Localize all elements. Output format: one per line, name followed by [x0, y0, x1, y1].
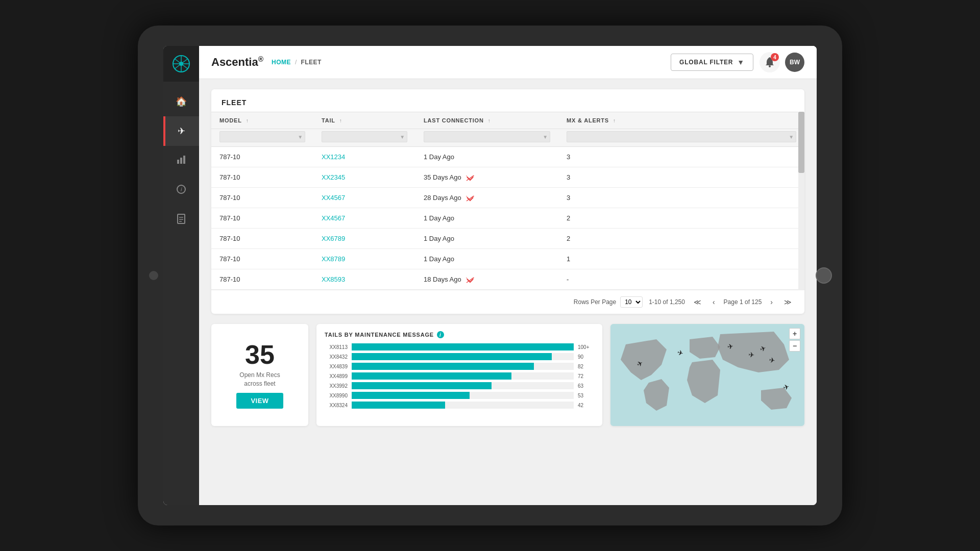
col-header-tail[interactable]: TAIL ↑ [313, 112, 415, 129]
bar-fill-2 [352, 363, 534, 370]
breadcrumb: HOME / FLEET [272, 59, 322, 66]
chart-title: TAILS BY MAINTENANCE MESSAGE i [325, 331, 594, 338]
bar-value-4: 63 [578, 383, 594, 389]
brand: Ascentia® [211, 55, 263, 69]
chart-info-icon[interactable]: i [437, 331, 444, 338]
bar-label-0: XX8113 [325, 344, 348, 350]
tail-link-6[interactable]: XX8593 [322, 276, 345, 283]
sort-arrow-model: ↑ [246, 118, 249, 123]
global-filter-label: GLOBAL FILTER [679, 59, 733, 66]
filter-input-model[interactable] [219, 131, 305, 142]
bar-label-2: XX4839 [325, 364, 348, 369]
sidebar-item-fleet[interactable]: ✈ [163, 116, 199, 146]
wifi-off-icon-6 [466, 276, 474, 283]
filter-input-connection[interactable] [424, 131, 550, 142]
cell-mx-5: 1 [558, 249, 804, 269]
bar-label-1: XX8432 [325, 354, 348, 360]
documents-icon [177, 214, 186, 227]
bottom-row: 35 Open Mx Recsacross fleet VIEW TAILS B… [211, 324, 804, 426]
svg-text:i: i [181, 186, 182, 192]
cell-model-4: 787-10 [211, 229, 313, 249]
breadcrumb-home[interactable]: HOME [272, 59, 291, 66]
bar-fill-6 [352, 402, 445, 409]
bar-fill-0 [352, 343, 574, 350]
cell-connection-5: 1 Day Ago [415, 249, 558, 269]
bar-label-3: XX4899 [325, 373, 348, 379]
map-zoom-in-button[interactable]: + [789, 328, 800, 339]
cell-mx-0: 3 [558, 147, 804, 167]
col-header-model[interactable]: MODEL ↑ [211, 112, 313, 129]
bar-value-2: 82 [578, 364, 594, 369]
filter-cell-tail: ▼ [313, 129, 415, 147]
sidebar-item-analytics[interactable] [163, 146, 199, 176]
bar-track-6 [352, 402, 574, 409]
cell-tail-6: XX8593 [313, 269, 415, 290]
bar-label-4: XX3992 [325, 383, 348, 389]
filter-cell-model: ▼ [211, 129, 313, 147]
svg-rect-11 [178, 214, 185, 223]
table-row[interactable]: 787-10 XX4567 1 Day Ago 2 [211, 208, 804, 229]
tail-link-0[interactable]: XX1234 [322, 153, 345, 161]
col-header-last-connection[interactable]: LAST CONNECTION ↑ [415, 112, 558, 129]
sidebar-item-home[interactable]: 🏠 [163, 87, 199, 116]
bar-value-1: 90 [578, 354, 594, 360]
tail-link-3[interactable]: XX4567 [322, 214, 345, 222]
cell-connection-4: 1 Day Ago [415, 229, 558, 249]
tail-link-5[interactable]: XX8789 [322, 255, 345, 263]
cell-connection-3: 1 Day Ago [415, 208, 558, 229]
last-page-button[interactable]: ≫ [781, 297, 794, 307]
rows-per-page: Rows Per Page 10 25 50 [574, 296, 643, 308]
prev-page-button[interactable]: ‹ [710, 297, 718, 307]
bar-row: XX4839 82 [325, 363, 594, 370]
bar-row: XX8113 100+ [325, 343, 594, 350]
rows-per-page-select[interactable]: 10 25 50 [620, 296, 643, 308]
next-page-button[interactable]: › [768, 297, 775, 307]
bar-label-5: XX8990 [325, 393, 348, 398]
map-svg: ✈ ✈ ✈ ✈ ✈ ✈ ✈ [610, 324, 804, 426]
tail-link-2[interactable]: XX4567 [322, 194, 345, 202]
tail-link-4[interactable]: XX6789 [322, 235, 345, 242]
sidebar-logo [163, 46, 199, 82]
notification-badge: 4 [771, 53, 779, 61]
sidebar-item-documents[interactable] [163, 205, 199, 235]
svg-text:✈: ✈ [676, 348, 684, 358]
table-row[interactable]: 787-10 XX8593 18 Days Ago - [211, 269, 804, 290]
screen: 🏠 ✈ i [163, 46, 817, 505]
view-button[interactable]: VIEW [236, 393, 283, 409]
filter-input-mx[interactable] [567, 131, 796, 142]
page-body: FLEET MODEL ↑ [199, 79, 817, 505]
header: Ascentia® HOME / FLEET GLOBAL FILTER ▼ [199, 46, 817, 79]
scroll-thumb[interactable] [798, 112, 804, 173]
table-row[interactable]: 787-10 XX4567 28 Days Ago 3 [211, 188, 804, 208]
rows-per-page-label: Rows Per Page [574, 298, 616, 306]
cell-mx-6: - [558, 269, 804, 290]
col-header-mx-alerts[interactable]: MX & ALERTS ↑ [558, 112, 804, 129]
filter-input-tail[interactable] [322, 131, 407, 142]
table-row[interactable]: 787-10 XX1234 1 Day Ago 3 [211, 147, 804, 167]
bar-value-3: 72 [578, 373, 594, 379]
bar-row: XX8432 90 [325, 353, 594, 360]
map-controls: + − [789, 328, 800, 352]
map-zoom-out-button[interactable]: − [789, 340, 800, 352]
cell-tail-0: XX1234 [313, 147, 415, 167]
sidebar-item-info[interactable]: i [163, 176, 199, 205]
tail-link-1[interactable]: XX2345 [322, 173, 345, 181]
tablet-frame: 🏠 ✈ i [138, 26, 842, 525]
fleet-title: FLEET [211, 89, 804, 112]
first-page-button[interactable]: ≪ [691, 297, 704, 307]
notification-button[interactable]: 4 [760, 52, 780, 72]
scroll-track[interactable] [798, 112, 804, 290]
fleet-table: MODEL ↑ TAIL ↑ [211, 112, 804, 290]
breadcrumb-separator: / [295, 59, 297, 66]
sort-arrow-tail: ↑ [339, 118, 342, 123]
table-row[interactable]: 787-10 XX6789 1 Day Ago 2 [211, 229, 804, 249]
user-avatar[interactable]: BW [785, 53, 804, 72]
global-filter-button[interactable]: GLOBAL FILTER ▼ [671, 54, 753, 71]
cell-model-6: 787-10 [211, 269, 313, 290]
bar-value-0: 100+ [578, 344, 594, 350]
bar-row: XX8324 42 [325, 402, 594, 409]
cell-connection-2: 28 Days Ago [415, 188, 558, 208]
table-row[interactable]: 787-10 XX8789 1 Day Ago 1 [211, 249, 804, 269]
table-row[interactable]: 787-10 XX2345 35 Days Ago 3 [211, 167, 804, 188]
fleet-tbody: 787-10 XX1234 1 Day Ago 3 787-10 XX2345 … [211, 147, 804, 290]
